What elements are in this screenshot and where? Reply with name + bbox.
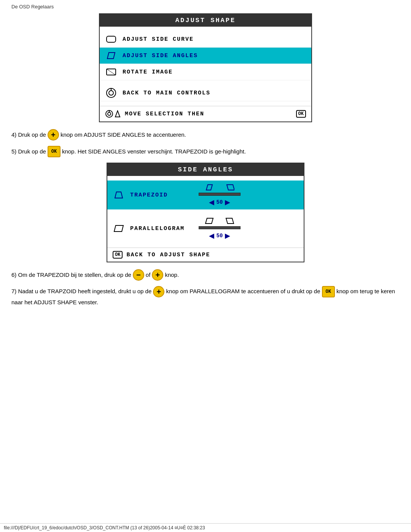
- back-main-controls-label: BACK TO MAIN CONTROLS: [123, 90, 210, 96]
- back-adjust-shape-row: OK BACK TO ADJUST SHAPE: [107, 248, 304, 262]
- adjust-side-angles-row: ADJUST SIDE ANGLES: [100, 48, 311, 64]
- svg-marker-16: [226, 218, 234, 224]
- page-title: De OSD Regelaars: [11, 4, 400, 10]
- ok-button-step7: OK: [322, 286, 335, 297]
- svg-marker-12: [206, 185, 212, 190]
- plus-button-step7: +: [153, 286, 164, 297]
- rotate-image-row: ROTATE IMAGE: [100, 64, 311, 80]
- page-footer: file:///D|/EDFU/crt_19_6/edoc/dutch/OSD_…: [0, 523, 411, 532]
- step4-text: 4) Druk op de + knop om ADJUST SIDE ANGL…: [11, 129, 400, 141]
- parallelogram-icon: [113, 223, 125, 234]
- adjust-shape-panel: ADJUST SHAPE ADJUST SIDE CURVE ADJUST SI…: [99, 13, 312, 122]
- side-curve-icon: [105, 34, 117, 45]
- step4-after: knop om ADJUST SIDE ANGLES te accentuere…: [61, 131, 186, 139]
- parallelogram-value: 50: [217, 233, 223, 239]
- parallelogram-icons-row: [205, 217, 234, 225]
- svg-marker-14: [114, 225, 123, 232]
- svg-marker-11: [115, 192, 123, 198]
- rotate-icon: [105, 67, 117, 77]
- side-angles-header: SIDE ANGLES: [107, 163, 304, 176]
- trapezoid-icon: [113, 190, 125, 200]
- parallelogram-arrow-left: ◀: [209, 232, 214, 240]
- step7-text1: 7) Nadat u de TRAPZOID heeft ingesteld, …: [11, 288, 151, 294]
- adjust-side-curve-row: ADJUST SIDE CURVE: [100, 31, 311, 48]
- plus-button-step4: +: [48, 129, 59, 141]
- parallelogram-value-row: ◀ 50 ▶: [209, 232, 231, 240]
- svg-marker-13: [227, 185, 234, 190]
- trapezoid-label: TRAPEZOID: [130, 192, 191, 198]
- parallelogram-arrow-right: ▶: [225, 232, 230, 240]
- back-main-icon: [105, 88, 117, 98]
- parallelogram-label: PARALLELOGRAM: [130, 225, 191, 232]
- back-ok-badge: OK: [113, 251, 123, 259]
- back-main-controls-row: BACK TO MAIN CONTROLS: [100, 85, 311, 101]
- step4-before: 4) Druk op de: [11, 131, 46, 139]
- ok-button-step5: OK: [48, 146, 61, 157]
- trapezoid-icons-row: [205, 184, 234, 191]
- move-selection-icons: [105, 109, 122, 119]
- side-angles-panel: SIDE ANGLES TRAPEZOID: [107, 163, 304, 262]
- move-selection-label: MOVE SELECTION THEN: [125, 111, 296, 117]
- trapezoid-arrow-right: ▶: [225, 198, 230, 206]
- step5-before: 5) Druk op de: [11, 147, 46, 156]
- svg-line-3: [107, 69, 116, 75]
- step7-text2: knop om PARALLELOGRAM te accentueren of …: [166, 288, 320, 294]
- trapezoid-value-row: ◀ 50 ▶: [209, 198, 231, 206]
- minus-button-step6: −: [133, 269, 144, 281]
- svg-rect-0: [107, 36, 116, 42]
- rotate-image-label: ROTATE IMAGE: [123, 69, 173, 75]
- adjust-side-curve-label: ADJUST SIDE CURVE: [123, 36, 194, 43]
- svg-marker-10: [115, 111, 120, 117]
- back-adjust-shape-label: BACK TO ADJUST SHAPE: [126, 252, 210, 258]
- svg-marker-1: [107, 53, 115, 59]
- step6-text1: 6) Om de TRAPEZOID bij te stellen, druk …: [11, 271, 131, 280]
- plus-button-step6: +: [152, 269, 163, 281]
- step5-text: 5) Druk op de OK knop. Het SIDE ANGLES v…: [11, 146, 400, 157]
- step7-text: 7) Nadat u de TRAPZOID heeft ingesteld, …: [11, 286, 400, 307]
- svg-point-8: [108, 112, 111, 115]
- step6-text3: knop.: [165, 271, 179, 280]
- trapezoid-arrow-left: ◀: [209, 198, 214, 206]
- side-angles-icon: [105, 50, 117, 61]
- adjust-shape-header: ADJUST SHAPE: [100, 14, 311, 27]
- trapezoid-controls: ◀ 50 ▶: [199, 184, 241, 206]
- step5-after: knop. Het SIDE ANGLES venster verschijnt…: [62, 147, 246, 156]
- parallelogram-slider: [199, 226, 241, 229]
- svg-marker-15: [206, 218, 213, 224]
- parallelogram-row: PARALLELOGRAM ◀ 50 ▶: [107, 214, 304, 243]
- trapezoid-slider: [199, 193, 241, 196]
- step6-text2: of: [146, 271, 151, 280]
- parallelogram-controls: ◀ 50 ▶: [199, 217, 241, 240]
- move-selection-row: MOVE SELECTION THEN OK: [100, 106, 311, 121]
- svg-point-5: [109, 91, 113, 95]
- trapezoid-value: 50: [217, 199, 223, 205]
- step6-text: 6) Om de TRAPEZOID bij te stellen, druk …: [11, 269, 400, 281]
- trapezoid-row: TRAPEZOID ◀ 50 ▶: [107, 181, 304, 209]
- ok-badge: OK: [296, 110, 306, 118]
- adjust-side-angles-label: ADJUST SIDE ANGLES: [123, 53, 198, 59]
